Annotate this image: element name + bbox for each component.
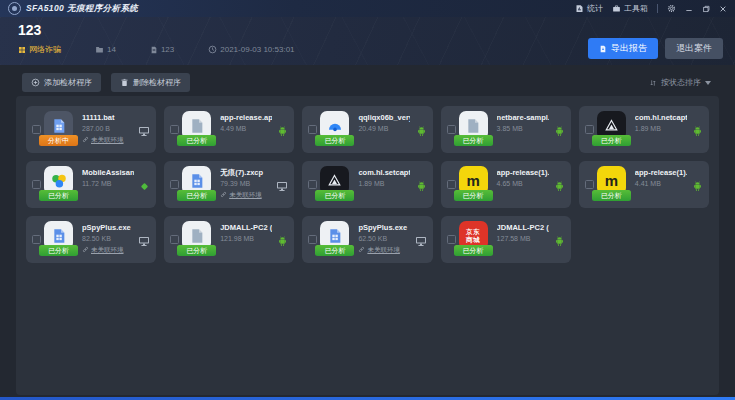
evidence-card[interactable]: 京东商城已分析JDMALL-PC2 (1...127.58 MB	[441, 216, 571, 263]
android-platform-icon	[692, 178, 703, 196]
export-report-label: 导出报告	[611, 42, 647, 55]
file-name: com.hl.setcapt...	[358, 168, 410, 177]
file-size: 20.49 MB	[358, 125, 410, 133]
card-checkbox[interactable]	[447, 180, 456, 189]
env-link[interactable]: 未关联环境	[82, 246, 134, 255]
file-size: 4.41 MB	[635, 180, 687, 188]
card-checkbox[interactable]	[170, 235, 179, 244]
toolbox-label: 工具箱	[624, 3, 648, 14]
card-checkbox[interactable]	[308, 235, 317, 244]
file-name: JDMALL-PC2 (1...	[220, 223, 272, 232]
evidence-panel: 分析中11111.bat287.00 B未关联环境已分析app-release.…	[16, 96, 719, 395]
app-logo-icon	[8, 2, 21, 15]
file-size: 4.49 MB	[220, 125, 272, 133]
evidence-card[interactable]: 已分析MobileAssisan...11.72 MB	[26, 161, 156, 208]
env-link[interactable]: 未关联环境	[220, 191, 272, 200]
case-title: 123	[18, 22, 721, 39]
card-checkbox[interactable]	[32, 180, 41, 189]
card-checkbox[interactable]	[585, 125, 594, 134]
link-icon	[82, 246, 89, 255]
status-badge: 已分析	[39, 245, 78, 256]
evidence-card[interactable]: 已分析pSpyPlus.exe82.50 KB未关联环境	[26, 216, 156, 263]
evidence-card[interactable]: m已分析app-release(1)...4.41 MB	[579, 161, 709, 208]
case-type-icon	[18, 46, 26, 54]
app-window: SFA5100 无痕程序分析系统 统计 工具箱	[0, 0, 735, 400]
sort-dropdown[interactable]: 按状态排序	[649, 77, 711, 88]
toolbox-button[interactable]: 工具箱	[612, 3, 648, 14]
card-checkbox[interactable]	[308, 180, 317, 189]
evidence-count-text: 14	[107, 45, 116, 54]
report-icon	[599, 45, 607, 53]
android-platform-icon	[554, 178, 565, 196]
file-name: pSpyPlus.exe	[358, 223, 410, 232]
minimize-button[interactable]	[685, 5, 693, 13]
evidence-card[interactable]: 已分析pSpyPlus.exe62.50 KB未关联环境	[302, 216, 432, 263]
env-link[interactable]: 未关联环境	[358, 246, 410, 255]
titlebar: SFA5100 无痕程序分析系统 统计 工具箱	[0, 0, 735, 17]
maximize-button[interactable]	[702, 5, 710, 13]
file-size: 127.58 MB	[497, 235, 549, 243]
card-checkbox[interactable]	[308, 125, 317, 134]
file-size: 1.89 MB	[358, 180, 410, 188]
card-checkbox[interactable]	[447, 235, 456, 244]
link-icon	[82, 136, 89, 145]
stats-icon	[575, 4, 584, 13]
evidence-card[interactable]: 已分析com.hl.netcapt...1.89 MB	[579, 106, 709, 153]
add-icon	[31, 78, 40, 87]
case-header: 123 网络诈骗 14 123 2021-09-03 10:53:01 导	[0, 17, 735, 65]
status-badge: 已分析	[592, 135, 631, 146]
card-checkbox[interactable]	[32, 125, 41, 134]
file-name: app-release(1)...	[497, 168, 549, 177]
card-checkbox[interactable]	[447, 125, 456, 134]
android-platform-icon	[554, 123, 565, 141]
card-checkbox[interactable]	[170, 180, 179, 189]
file-size: 79.39 MB	[220, 180, 272, 188]
case-type-text: 网络诈骗	[29, 44, 61, 55]
trash-icon	[120, 78, 129, 87]
status-badge: 已分析	[592, 190, 631, 201]
export-report-button[interactable]: 导出报告	[588, 38, 658, 59]
sort-icon	[649, 79, 657, 87]
evidence-card[interactable]: 分析中11111.bat287.00 B未关联环境	[26, 106, 156, 153]
add-program-label: 添加检材程序	[44, 77, 92, 88]
close-button[interactable]	[719, 5, 727, 13]
card-checkbox[interactable]	[32, 235, 41, 244]
file-name: qqliqx06b_very...	[358, 113, 410, 122]
link-icon	[358, 246, 365, 255]
evidence-card[interactable]: 已分析com.hl.setcapt...1.89 MB	[302, 161, 432, 208]
evidence-card[interactable]: 已分析qqliqx06b_very...20.49 MB	[302, 106, 432, 153]
evidence-card[interactable]: 已分析netbare-sampl...3.85 MB	[441, 106, 571, 153]
file-size: 287.00 B	[82, 125, 134, 133]
env-link[interactable]: 未关联环境	[82, 136, 134, 145]
file-name: pSpyPlus.exe	[82, 223, 134, 232]
card-checkbox[interactable]	[170, 125, 179, 134]
titlebar-separator	[657, 4, 658, 13]
item-count: 123	[150, 45, 174, 54]
evidence-card[interactable]: 已分析app-release.apk4.49 MB	[164, 106, 294, 153]
status-badge: 已分析	[177, 245, 216, 256]
file-size: 4.65 MB	[497, 180, 549, 188]
clock-icon	[208, 45, 217, 54]
evidence-card[interactable]: 已分析JDMALL-PC2 (1...121.98 MB	[164, 216, 294, 263]
add-program-button[interactable]: 添加检材程序	[22, 73, 101, 92]
delete-program-button[interactable]: 删除检材程序	[111, 73, 190, 92]
status-badge: 已分析	[39, 190, 78, 201]
windows-platform-icon	[415, 233, 427, 251]
card-info: com.hl.netcapt...1.89 MB	[635, 113, 687, 133]
card-info: 11111.bat287.00 B未关联环境	[82, 113, 134, 145]
evidence-card[interactable]: m已分析app-release(1)...4.65 MB	[441, 161, 571, 208]
stats-button[interactable]: 统计	[575, 3, 603, 14]
status-badge: 已分析	[315, 245, 354, 256]
evidence-count: 14	[95, 45, 116, 54]
exit-case-label: 退出案件	[676, 43, 712, 53]
settings-gear-icon[interactable]	[667, 4, 676, 13]
evidence-card[interactable]: 已分析无痕(7).zxcp79.39 MB未关联环境	[164, 161, 294, 208]
file-name: netbare-sampl...	[497, 113, 549, 122]
android-platform-icon	[416, 123, 427, 141]
card-checkbox[interactable]	[585, 180, 594, 189]
chevron-down-icon	[705, 81, 711, 85]
exit-case-button[interactable]: 退出案件	[665, 38, 723, 59]
card-info: 无痕(7).zxcp79.39 MB未关联环境	[220, 168, 272, 200]
diamond-platform-icon	[139, 178, 150, 196]
file-size: 3.85 MB	[497, 125, 549, 133]
